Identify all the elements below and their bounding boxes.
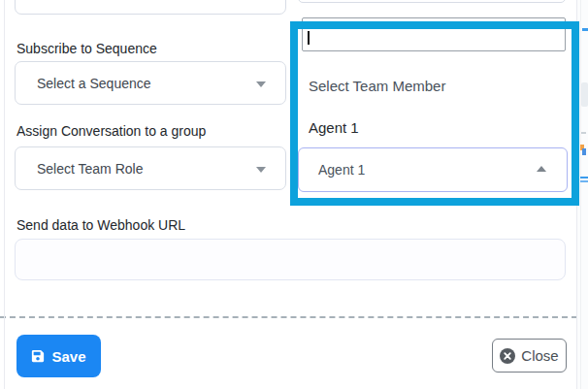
group-label: Assign Conversation to a group (16, 123, 206, 139)
group-select-value: Select Team Role (37, 161, 143, 177)
background-blue-dash (582, 28, 588, 31)
sequence-select[interactable]: Select a Sequence (15, 61, 286, 105)
background-page-strip (577, 0, 588, 389)
webhook-input[interactable] (15, 239, 566, 280)
save-button[interactable]: Save (16, 335, 101, 377)
background-gray-box (581, 82, 588, 107)
close-button[interactable]: Close (492, 339, 567, 373)
background-blue-dash (580, 180, 588, 182)
x-circle-icon (500, 348, 515, 364)
chevron-down-icon (256, 167, 266, 173)
group-select[interactable]: Select Team Role (15, 146, 286, 190)
team-member-select[interactable]: Agent 1 (298, 147, 568, 192)
save-button-label: Save (51, 348, 85, 365)
text-cursor (308, 31, 310, 45)
chevron-down-icon (256, 81, 266, 87)
team-member-select-value: Agent 1 (318, 162, 365, 178)
automation-settings-modal: Subscribe to Sequence Select a Sequence … (0, 0, 588, 389)
modal-left-border (4, 0, 5, 389)
background-gray-dash (581, 132, 586, 134)
chevron-up-icon (537, 166, 546, 172)
sequence-select-value: Select a Sequence (37, 76, 151, 91)
background-color-glyph (582, 148, 586, 155)
webhook-label: Send data to Webhook URL (16, 217, 185, 233)
background-divider (580, 0, 581, 389)
dropdown-option-agent-1[interactable]: Agent 1 (309, 119, 359, 136)
top-left-partial-input[interactable] (15, 0, 286, 15)
sequence-label: Subscribe to Sequence (16, 41, 157, 56)
top-right-partial-input[interactable] (298, 0, 566, 3)
team-member-search-input[interactable] (302, 17, 566, 51)
floppy-disk-icon (31, 349, 45, 363)
footer-divider (0, 316, 577, 318)
modal-right-border (576, 0, 577, 389)
dropdown-option-select-team-member[interactable]: Select Team Member (309, 78, 445, 94)
close-button-label: Close (521, 347, 558, 364)
background-blue-dash (580, 177, 588, 178)
